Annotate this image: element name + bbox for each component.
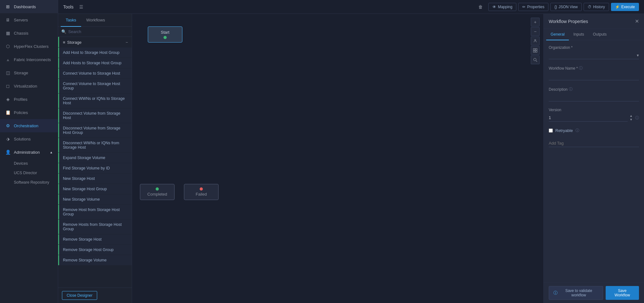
- task-item[interactable]: New Storage Host Group: [58, 184, 132, 194]
- zoom-in-button[interactable]: +: [531, 18, 540, 26]
- sidebar-item-devices[interactable]: Devices: [14, 159, 58, 168]
- tab-workflows[interactable]: Workflows: [81, 14, 110, 27]
- sidebar-item-administration[interactable]: 👤 Administration ▲: [0, 146, 58, 159]
- add-tag-input[interactable]: [549, 140, 639, 147]
- save-validate-button[interactable]: ⓘ Save to validate workflow: [549, 286, 603, 300]
- json-view-button[interactable]: {} JSON View: [550, 3, 582, 11]
- description-info-icon[interactable]: ⓘ: [569, 87, 573, 92]
- task-item[interactable]: Disconnect Volume from Storage Host: [58, 108, 132, 123]
- tab-tasks[interactable]: Tasks: [61, 14, 81, 27]
- collapse-icon[interactable]: −: [125, 40, 128, 45]
- task-item[interactable]: Expand Storage Volume: [58, 153, 132, 163]
- sidebar-item-hyperflex[interactable]: ⬡ HyperFlex Clusters: [0, 40, 58, 53]
- properties-button[interactable]: ✏ Properties: [518, 3, 548, 11]
- sidebar-item-profiles[interactable]: ◈ Profiles: [0, 93, 58, 106]
- properties-body: Organization * Workflow Name * ⓘ: [544, 40, 644, 283]
- task-item[interactable]: Find Storage Volume by ID: [58, 163, 132, 173]
- task-item[interactable]: Add Host to Storage Host Group: [58, 48, 132, 58]
- workflow-name-info-icon[interactable]: ⓘ: [579, 66, 583, 71]
- properties-footer: ⓘ Save to validate workflow Save Workflo…: [544, 283, 644, 303]
- task-item[interactable]: Add Hosts to Storage Host Group: [58, 58, 132, 68]
- task-item[interactable]: Remove Storage Volume: [58, 255, 132, 265]
- sidebar-item-label: Administration: [14, 150, 47, 155]
- workflow-name-input[interactable]: [549, 73, 639, 80]
- task-item[interactable]: Remove Storage Host Group: [58, 245, 132, 255]
- task-item[interactable]: Remove Storage Host: [58, 234, 132, 244]
- task-item[interactable]: New Storage Volume: [58, 194, 132, 204]
- task-item[interactable]: Disconnect WWNs or IQNs from Storage Hos…: [58, 138, 132, 152]
- task-item[interactable]: New Storage Host: [58, 174, 132, 184]
- tab-general[interactable]: General: [546, 29, 569, 40]
- task-item[interactable]: Connect WWNs or IQNs to Storage Host: [58, 94, 132, 108]
- sidebar: ⊞ Dashboards 🖥 Servers ▦ Chassis ⬡ Hyper…: [0, 0, 58, 303]
- svg-rect-1: [533, 49, 535, 50]
- version-decrement-button[interactable]: ▼: [629, 118, 633, 122]
- version-label: Version: [549, 108, 639, 112]
- execute-button[interactable]: ⚡ Execute: [611, 3, 639, 11]
- workflow-name-field: Workflow Name * ⓘ: [549, 66, 639, 80]
- sidebar-item-software-repo[interactable]: Software Repository: [14, 178, 58, 187]
- sidebar-item-servers[interactable]: 🖥 Servers: [0, 13, 58, 26]
- mapping-button[interactable]: 👁 Mapping: [488, 3, 516, 11]
- sidebar-item-label: Orchestration: [14, 123, 53, 128]
- version-input[interactable]: [549, 114, 628, 122]
- properties-panel: Workflow Properties ✕ General Inputs Out…: [543, 14, 644, 303]
- delete-icon[interactable]: 🗑: [478, 4, 483, 9]
- task-item[interactable]: Remove Host from Storage Host Group: [58, 205, 132, 219]
- fit-view-button[interactable]: [531, 37, 540, 45]
- sidebar-item-chassis[interactable]: ▦ Chassis: [0, 26, 58, 40]
- virtualization-icon: ◻: [5, 83, 11, 89]
- properties-title: Workflow Properties: [549, 19, 588, 24]
- category-label: Storage: [67, 40, 82, 45]
- sidebar-item-fabric[interactable]: ⟁ Fabric Interconnects: [0, 53, 58, 66]
- failed-dot: [200, 187, 203, 191]
- topbar-title: Tools: [63, 4, 74, 9]
- search-canvas-button[interactable]: [531, 55, 540, 64]
- sidebar-item-dashboards[interactable]: ⊞ Dashboards: [0, 0, 58, 13]
- search-input[interactable]: [68, 29, 129, 34]
- administration-icon: 👤: [5, 149, 11, 155]
- retryable-row: Retryable ⓘ: [549, 128, 639, 133]
- version-increment-button[interactable]: ▲: [629, 114, 633, 118]
- sidebar-item-label: Solutions: [14, 137, 53, 141]
- description-input[interactable]: [549, 94, 639, 101]
- properties-close-button[interactable]: ✕: [635, 18, 639, 24]
- failed-node[interactable]: Failed: [184, 184, 219, 200]
- retryable-checkbox[interactable]: [549, 129, 553, 133]
- sidebar-item-policies[interactable]: 📋 Policies: [0, 106, 58, 119]
- svg-rect-4: [536, 51, 537, 52]
- tab-inputs[interactable]: Inputs: [569, 29, 588, 40]
- start-node[interactable]: Start: [148, 26, 182, 43]
- sidebar-item-storage[interactable]: ◫ Storage: [0, 66, 58, 79]
- task-item[interactable]: Connect Volume to Storage Host Group: [58, 79, 132, 93]
- add-tag-field: [549, 140, 639, 147]
- close-designer-button[interactable]: Close Designer: [62, 291, 97, 300]
- save-workflow-button[interactable]: Save Workflow: [606, 286, 639, 300]
- menu-icon[interactable]: ☰: [79, 4, 83, 9]
- tab-outputs[interactable]: Outputs: [589, 29, 611, 40]
- canvas-area[interactable]: Start Completed Failed + −: [132, 14, 543, 303]
- task-item[interactable]: Disconnect Volume from Storage Host Grou…: [58, 123, 132, 138]
- workflow-name-label: Workflow Name * ⓘ: [549, 66, 639, 71]
- sidebar-item-orchestration[interactable]: ⚙ Orchestration: [0, 119, 58, 132]
- layout-button[interactable]: [531, 46, 540, 55]
- version-info-icon[interactable]: ⓘ: [635, 115, 639, 121]
- organization-select[interactable]: [549, 52, 639, 59]
- edit-icon: ✏: [522, 5, 525, 9]
- history-button[interactable]: ⏱ History: [584, 3, 609, 11]
- sidebar-item-solutions[interactable]: ⬗ Solutions: [0, 132, 58, 146]
- info-circle-icon: ⓘ: [553, 290, 558, 296]
- retryable-info-icon[interactable]: ⓘ: [575, 128, 579, 133]
- completed-node[interactable]: Completed: [140, 184, 175, 200]
- sidebar-item-ucs-director[interactable]: UCS Director: [14, 168, 58, 178]
- hyperflex-icon: ⬡: [5, 43, 11, 49]
- tools-footer: Close Designer: [58, 288, 132, 303]
- storage-icon: ◫: [5, 70, 11, 76]
- zoom-out-button[interactable]: −: [531, 27, 540, 36]
- task-item[interactable]: Connect Volume to Storage Host: [58, 68, 132, 78]
- task-item[interactable]: Remove Hosts from Storage Host Group: [58, 220, 132, 234]
- retryable-label[interactable]: Retryable: [555, 128, 573, 133]
- sidebar-item-virtualization[interactable]: ◻ Virtualization: [0, 79, 58, 93]
- dashboard-icon: ⊞: [5, 4, 11, 9]
- search-icon: 🔍: [61, 29, 66, 34]
